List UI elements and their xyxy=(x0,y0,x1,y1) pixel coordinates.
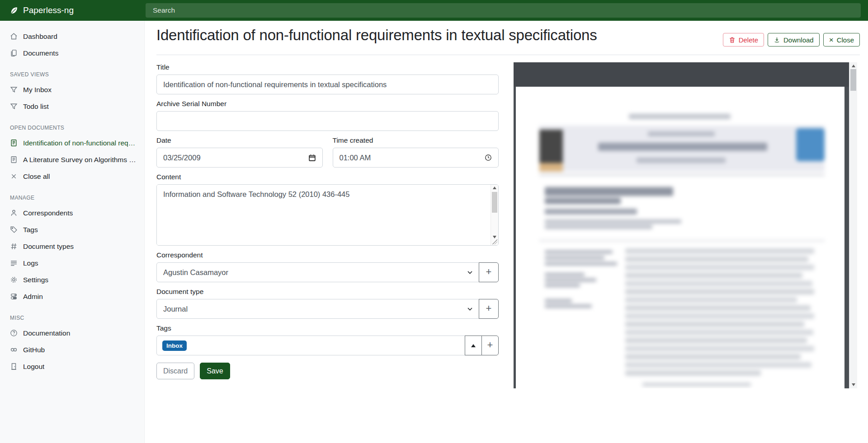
close-button-label: Close xyxy=(837,36,854,44)
sidebar-item-label: Settings xyxy=(23,276,48,284)
sidebar-item-dashboard[interactable]: Dashboard xyxy=(0,28,144,45)
document-type-label: Document type xyxy=(156,288,499,296)
top-navbar: Paperless-ng xyxy=(0,0,868,21)
sidebar-item-label: Admin xyxy=(23,293,43,301)
time-created-value: 01:00 AM xyxy=(340,154,371,162)
tag-badge-inbox[interactable]: Inbox xyxy=(162,340,187,351)
sidebar-open-doc-current[interactable]: Identification of non-functional require… xyxy=(0,135,144,151)
sidebar-item-correspondents[interactable]: Correspondents xyxy=(0,205,144,221)
content-label: Content xyxy=(156,173,499,182)
sidebar-item-label: Tags xyxy=(23,226,38,234)
header-actions: Delete Download × Close xyxy=(723,33,860,47)
close-button[interactable]: × Close xyxy=(823,33,860,47)
pdf-scrollbar-thumb[interactable] xyxy=(850,69,856,91)
link-icon xyxy=(10,346,18,354)
time-created-input[interactable]: 01:00 AM xyxy=(333,148,499,168)
chevron-down-icon xyxy=(467,271,472,274)
gear-icon xyxy=(10,276,18,284)
search-input[interactable] xyxy=(146,3,861,18)
door-logout-icon xyxy=(10,363,18,370)
sidebar-section-open-documents: OPEN DOCUMENTS xyxy=(0,125,144,131)
sidebar-item-settings[interactable]: Settings xyxy=(0,271,144,288)
asn-input[interactable] xyxy=(156,111,499,131)
tags-input[interactable]: Inbox xyxy=(156,336,465,355)
content-scrollbar[interactable] xyxy=(491,185,498,245)
sidebar-item-my-inbox[interactable]: My Inbox xyxy=(0,81,144,98)
textarea-resize-grip[interactable] xyxy=(492,239,497,244)
sidebar-item-documentation[interactable]: Documentation xyxy=(0,325,144,341)
correspondent-select[interactable]: Agustin Casamayor xyxy=(156,262,479,282)
pdf-preview-scrollbar[interactable] xyxy=(849,62,857,388)
sidebar-item-label: Document types xyxy=(23,242,74,251)
app-brand[interactable]: Paperless-ng xyxy=(9,0,74,21)
date-label: Date xyxy=(156,136,323,145)
sidebar-item-tags[interactable]: Tags xyxy=(0,221,144,238)
title-input[interactable] xyxy=(156,75,499,94)
sidebar-item-label: Documents xyxy=(23,49,58,57)
file-text-icon xyxy=(10,139,18,147)
add-document-type-button[interactable]: + xyxy=(479,299,499,319)
document-type-select[interactable]: Journal xyxy=(156,299,479,319)
document-type-value: Journal xyxy=(163,305,188,313)
delete-button-label: Delete xyxy=(739,36,758,44)
filter-funnel-icon xyxy=(10,103,18,110)
sidebar-item-label: GitHub xyxy=(23,346,45,354)
sidebar-item-label: My Inbox xyxy=(23,86,52,94)
download-button-label: Download xyxy=(783,36,814,44)
trash-icon xyxy=(729,37,736,43)
scroll-up-arrow-icon[interactable] xyxy=(491,185,498,191)
add-correspondent-button[interactable]: + xyxy=(479,262,499,282)
save-button[interactable]: Save xyxy=(200,363,230,379)
date-input[interactable]: 03/25/2009 xyxy=(156,148,323,168)
leaf-logo-icon xyxy=(9,6,19,15)
toggles-icon xyxy=(10,293,18,300)
sidebar-item-label: A Literature Survey on Algorithms for Mu… xyxy=(23,156,138,164)
pdf-page xyxy=(516,87,844,388)
sidebar-item-admin[interactable]: Admin xyxy=(0,288,144,305)
sidebar-item-label: Correspondents xyxy=(23,209,73,217)
sidebar-close-all[interactable]: Close all xyxy=(0,168,144,185)
correspondent-label: Correspondent xyxy=(156,251,499,260)
plus-icon: + xyxy=(486,267,492,277)
title-label: Title xyxy=(156,63,499,72)
scroll-down-arrow-icon[interactable] xyxy=(849,382,857,388)
scroll-up-arrow-icon[interactable] xyxy=(849,63,857,69)
calendar-icon[interactable] xyxy=(308,154,316,162)
sidebar-item-logs[interactable]: Logs xyxy=(0,255,144,271)
sidebar-item-logout[interactable]: Logout xyxy=(0,358,144,375)
asn-label: Archive Serial Number xyxy=(156,100,499,108)
discard-button[interactable]: Discard xyxy=(156,363,194,379)
app-brand-label: Paperless-ng xyxy=(23,5,74,15)
sidebar-item-label: Close all xyxy=(23,173,50,181)
content-scrollbar-thumb[interactable] xyxy=(492,192,497,213)
plus-icon: + xyxy=(486,303,492,313)
sidebar-open-doc-other[interactable]: A Literature Survey on Algorithms for Mu… xyxy=(0,151,144,168)
close-icon xyxy=(10,173,18,180)
sidebar-item-documents[interactable]: Documents xyxy=(0,45,144,61)
content-textarea[interactable]: Information and Software Technology 52 (… xyxy=(156,184,499,246)
clock-icon[interactable] xyxy=(485,154,492,161)
tag-icon xyxy=(10,226,18,233)
tags-collapse-button[interactable] xyxy=(465,336,482,355)
hash-icon xyxy=(10,242,18,250)
time-created-label: Time created xyxy=(333,136,499,145)
correspondent-value: Agustin Casamayor xyxy=(163,268,228,277)
pdf-preview-pane xyxy=(514,62,857,388)
delete-button[interactable]: Delete xyxy=(723,33,764,47)
document-edit-form: Title Archive Serial Number Date 03/25/2… xyxy=(156,55,499,379)
main-content: Identification of non-functional require… xyxy=(145,21,868,443)
document-header: Identification of non-functional require… xyxy=(156,21,860,55)
sidebar-section-misc: MISC xyxy=(0,315,144,322)
sidebar-item-todo-list[interactable]: Todo list xyxy=(0,98,144,115)
sidebar-item-document-types[interactable]: Document types xyxy=(0,238,144,255)
file-text-icon xyxy=(10,156,18,163)
documents-icon xyxy=(10,49,18,57)
download-button[interactable]: Download xyxy=(768,33,820,47)
add-tag-button[interactable]: + xyxy=(481,336,499,355)
sidebar-section-manage: MANAGE xyxy=(0,195,144,201)
list-lines-icon xyxy=(10,259,18,267)
chevron-down-icon xyxy=(467,308,472,311)
pdf-viewer-toolbar xyxy=(514,62,849,87)
sidebar-item-github[interactable]: GitHub xyxy=(0,341,144,358)
sidebar-item-label: Identification of non-functional require… xyxy=(23,139,138,147)
